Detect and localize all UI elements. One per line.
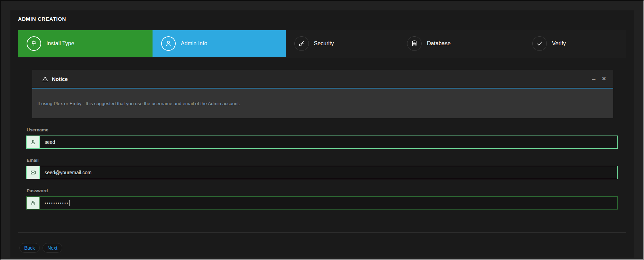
tab-install-type[interactable]: Install Type	[18, 30, 153, 57]
password-masked-value: •••••••••••	[45, 201, 69, 205]
password-field: Password •••••••••••	[26, 188, 618, 210]
admin-creation-card: ADMIN CREATION Install Type	[10, 10, 634, 258]
key-icon	[294, 36, 309, 51]
notice-body: If using Plex or Emby - It is suggested …	[32, 89, 613, 118]
next-button[interactable]: Next	[43, 243, 62, 253]
email-label: Email	[27, 158, 618, 163]
warning-icon	[42, 76, 48, 82]
email-input-group	[26, 166, 618, 179]
tab-admin-info[interactable]: Admin Info	[153, 30, 286, 57]
notice-text: If using Plex or Emby - It is suggested …	[37, 101, 240, 106]
username-input-group	[26, 136, 618, 149]
check-icon	[532, 36, 547, 51]
notice-box: Notice – ✕ If using Plex or Emby - It is…	[32, 70, 613, 118]
user-icon	[161, 36, 176, 51]
password-input[interactable]: •••••••••••	[40, 197, 617, 209]
tab-label: Install Type	[46, 40, 74, 47]
username-input[interactable]	[40, 136, 617, 148]
username-field: Username	[26, 127, 618, 149]
tab-database[interactable]: Database	[398, 30, 524, 57]
text-caret	[69, 200, 70, 206]
username-label: Username	[27, 127, 618, 132]
page-title: ADMIN CREATION	[18, 16, 626, 22]
tab-security[interactable]: Security	[286, 30, 399, 57]
tab-label: Verify	[552, 40, 566, 47]
tab-label: Admin Info	[181, 40, 207, 47]
user-icon	[27, 136, 40, 148]
wizard-nav: Back Next	[19, 243, 626, 253]
tab-verify[interactable]: Verify	[524, 30, 626, 57]
notice-title: Notice	[52, 76, 68, 82]
setup-wizard-window: ADMIN CREATION Install Type	[0, 0, 644, 260]
notice-header: Notice – ✕	[32, 70, 613, 89]
close-icon[interactable]: ✕	[602, 76, 606, 82]
lock-icon	[27, 197, 40, 209]
back-button[interactable]: Back	[19, 243, 40, 253]
database-icon	[407, 36, 422, 51]
minimize-icon[interactable]: –	[592, 76, 596, 82]
wizard-steps: Install Type Admin Info	[18, 30, 626, 57]
tab-label: Database	[427, 40, 451, 47]
password-label: Password	[27, 188, 618, 193]
email-field: Email	[26, 158, 618, 179]
admin-info-panel: Notice – ✕ If using Plex or Emby - It is…	[18, 57, 626, 233]
tab-label: Security	[314, 40, 334, 47]
signpost-icon	[27, 36, 41, 51]
email-input[interactable]	[40, 166, 617, 179]
password-input-group: •••••••••••	[26, 196, 618, 210]
envelope-icon	[27, 166, 40, 179]
